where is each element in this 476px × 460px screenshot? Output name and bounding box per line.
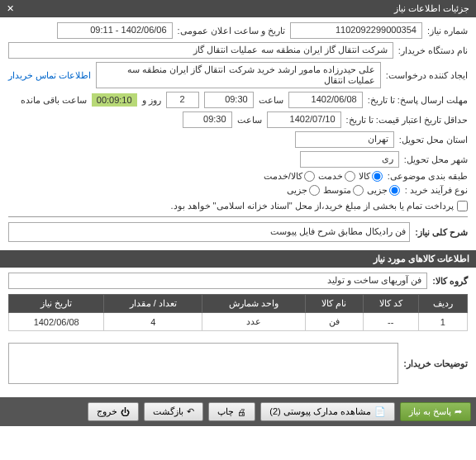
exit-button[interactable]: ⏻ خروج (88, 402, 139, 421)
payment-label: پرداخت تمام یا بخشی از مبلغ خرید،از محل … (170, 201, 454, 211)
province-field: تهران (295, 131, 394, 148)
respond-button[interactable]: ➦ پاسخ به نیاز (400, 402, 471, 421)
th-date: تاریخ نیاز (9, 295, 104, 313)
remaining-label: ساعت باقی مانده (21, 95, 87, 106)
title-bar: جزئیات اطلاعات نیاز ✕ (0, 0, 476, 17)
back-icon: ↶ (187, 406, 194, 417)
divider (8, 216, 468, 217)
attachments-button[interactable]: 📄 مشاهده مدارک پیوستی (2) (260, 402, 395, 421)
print-button[interactable]: 🖨 چاپ (208, 402, 255, 421)
days-field: 2 (166, 92, 199, 108)
cat-kala-option[interactable]: کالا (359, 171, 383, 182)
deadline-time-field: 09:30 (204, 92, 254, 108)
validity-time-field: 09:30 (183, 111, 232, 128)
cat-both-radio[interactable] (304, 171, 315, 182)
contact-link[interactable]: اطلاعات تماس خریدار (8, 70, 91, 81)
desc-field: فن رادیکال مطابق شرح فایل پیوست (8, 222, 410, 242)
notes-box (8, 343, 398, 384)
cat-khedmat-option[interactable]: خدمت (318, 171, 355, 182)
process-radio-group: جزیی متوسط جزیی (287, 185, 400, 196)
payment-checkbox[interactable] (457, 201, 468, 211)
cat-khedmat-radio[interactable] (345, 171, 355, 182)
th-unit: واحد شمارش (202, 295, 305, 313)
niaz-no-label: شماره نیاز: (427, 26, 468, 36)
window-title: جزئیات اطلاعات نیاز (394, 3, 469, 14)
footer-bar: ➦ پاسخ به نیاز 📄 مشاهده مدارک پیوستی (2)… (0, 397, 476, 426)
category-label: طبقه بندی موضوعی: (388, 171, 468, 182)
city-label: شهر محل تحویل: (404, 154, 468, 165)
payment-checkbox-row: پرداخت تمام یا بخشی از مبلغ خرید،از محل … (170, 201, 468, 211)
public-date-field: 1402/06/06 - 09:11 (57, 22, 173, 39)
table-row: 1--فنعدد41402/06/08 (9, 313, 468, 331)
province-label: استان محل تحویل: (399, 135, 468, 145)
proc-omde-radio[interactable] (309, 185, 320, 196)
category-radio-group: کالا خدمت کالا/خدمت (264, 171, 383, 182)
details-section: شماره نیاز: 1102092299000354 تاریخ و ساع… (0, 17, 476, 250)
th-name: نام کالا (305, 295, 363, 313)
proc-jozei-option[interactable]: جزیی (367, 185, 400, 196)
table-cell: 1402/06/08 (9, 313, 104, 331)
proc-motevaset-radio[interactable] (353, 185, 364, 196)
public-date-label: تاریخ و ساعت اعلان عمومی: (178, 26, 285, 36)
proc-jozei-radio[interactable] (389, 185, 400, 196)
items-section: گروه کالا: فن آوریهای ساخت و تولید ردیف … (0, 268, 476, 397)
proc-motevaset-option[interactable]: متوسط (323, 185, 364, 196)
proc-omde-option[interactable]: جزیی (287, 185, 320, 196)
niaz-no-field: 1102092299000354 (290, 22, 422, 39)
group-label: گروه کالا: (432, 276, 468, 287)
creator-field: علی حیدرزاده مامور ارشد خرید شرکت انتقال… (96, 62, 381, 88)
process-label: نوع فرآیند خرید : (405, 185, 468, 196)
close-icon[interactable]: ✕ (7, 3, 14, 14)
document-icon: 📄 (374, 406, 386, 417)
print-icon: 🖨 (237, 407, 246, 417)
arrow-icon: ➦ (455, 406, 462, 417)
deadline-label: مهلت ارسال پاسخ: تا تاریخ: (368, 95, 468, 106)
time-label-1: ساعت (259, 95, 283, 106)
table-cell: 1 (418, 313, 467, 331)
time-label-2: ساعت (237, 115, 262, 126)
th-qty: تعداد / مقدار (104, 295, 202, 313)
buyer-field: شرکت انتقال گاز ایران منطقه سه عملیات ان… (8, 42, 393, 59)
cat-both-option[interactable]: کالا/خدمت (264, 171, 315, 182)
creator-label: ایجاد کننده درخواست: (386, 70, 468, 81)
exit-icon: ⏻ (121, 407, 130, 417)
desc-label: شرح کلی نیاز: (415, 227, 468, 238)
countdown-timer: 00:09:10 (92, 93, 137, 107)
buyer-label: نام دستگاه خریدار: (398, 45, 468, 56)
items-table: ردیف کد کالا نام کالا واحد شمارش تعداد /… (8, 294, 468, 331)
validity-date-field: 1402/07/10 (267, 111, 341, 128)
items-header: اطلاعات کالاهای مورد نیاز (0, 250, 476, 268)
group-field: فن آوریهای ساخت و تولید (8, 273, 427, 289)
validity-label: حداقل تاریخ اعتبار قیمت: تا تاریخ: (346, 115, 468, 126)
day-label: روز و (142, 95, 161, 106)
city-field: ری (300, 151, 399, 168)
table-cell: -- (363, 313, 418, 331)
table-cell: 4 (104, 313, 202, 331)
deadline-date-field: 1402/06/08 (288, 92, 363, 108)
back-button[interactable]: ↶ بازگشت (144, 402, 203, 421)
table-cell: عدد (202, 313, 305, 331)
table-header-row: ردیف کد کالا نام کالا واحد شمارش تعداد /… (9, 295, 468, 313)
th-idx: ردیف (418, 295, 467, 313)
notes-label: توضیحات خریدار: (403, 358, 468, 369)
cat-kala-radio[interactable] (372, 171, 383, 182)
th-code: کد کالا (363, 295, 418, 313)
table-cell: فن (305, 313, 363, 331)
